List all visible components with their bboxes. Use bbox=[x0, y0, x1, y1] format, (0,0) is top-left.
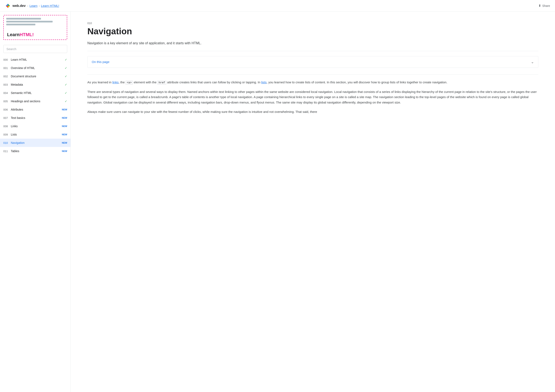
nav-item-check-004: ✓ bbox=[65, 91, 67, 95]
on-this-page-label: On this page bbox=[92, 60, 110, 64]
svg-marker-2 bbox=[8, 4, 10, 6]
paragraph-1: As you learned in links, the <a> element… bbox=[87, 80, 538, 85]
nav-item-006[interactable]: 006AttributesNEW bbox=[0, 105, 71, 114]
hero-mockup bbox=[4, 15, 67, 29]
nav-item-label-001: Overview of HTML bbox=[11, 66, 63, 70]
share-label: Share bbox=[542, 4, 550, 7]
hero-html-text: HTML bbox=[20, 32, 32, 37]
lists-link[interactable]: lists bbox=[261, 80, 267, 84]
top-header: web.dev › Learn › Learn HTML! ⬆ Share bbox=[0, 0, 555, 12]
nav-item-002[interactable]: 002Document structure✓ bbox=[0, 72, 71, 80]
links-link[interactable]: links bbox=[112, 80, 119, 84]
breadcrumb: › Learn › Learn HTML! bbox=[27, 4, 59, 7]
nav-list: 000Learn HTML✓001Overview of HTML✓002Doc… bbox=[0, 54, 71, 157]
hero-bar-3 bbox=[6, 24, 35, 25]
nav-item-badge-006: NEW bbox=[62, 108, 67, 111]
content-body: As you learned in links, the <a> element… bbox=[87, 80, 538, 114]
nav-item-004[interactable]: 004Semantic HTML✓ bbox=[0, 89, 71, 97]
logo-text: web.dev bbox=[13, 4, 26, 8]
nav-item-007[interactable]: 007Text basicsNEW bbox=[0, 114, 71, 122]
nav-item-badge-010: NEW bbox=[62, 142, 67, 144]
nav-item-label-000: Learn HTML bbox=[11, 58, 63, 61]
nav-item-label-011: Tables bbox=[11, 150, 60, 153]
nav-item-num-010: 010 bbox=[3, 141, 11, 144]
breadcrumb-sep-2: › bbox=[39, 4, 40, 7]
nav-item-num-003: 003 bbox=[3, 83, 11, 86]
content-subtitle: Navigation is a key element of any site … bbox=[87, 41, 538, 46]
search-input[interactable] bbox=[3, 45, 67, 53]
nav-item-check-000: ✓ bbox=[65, 58, 67, 61]
sidebar-hero: LearnHTML! bbox=[3, 15, 67, 40]
content-num: 010 bbox=[87, 21, 538, 25]
nav-item-num-011: 011 bbox=[3, 150, 11, 153]
svg-marker-4 bbox=[8, 6, 10, 8]
search-input-wrap bbox=[3, 45, 67, 53]
nav-item-010[interactable]: 010NavigationNEW bbox=[0, 139, 71, 147]
share-button[interactable]: ⬆ Share bbox=[538, 4, 550, 8]
nav-item-check-005: ✓ bbox=[65, 100, 67, 103]
nav-item-label-005: Headings and sections bbox=[11, 100, 63, 103]
nav-item-label-002: Document structure bbox=[11, 75, 63, 78]
nav-item-badge-008: NEW bbox=[62, 125, 67, 128]
nav-item-003[interactable]: 003Metadata✓ bbox=[0, 80, 71, 89]
nav-item-check-003: ✓ bbox=[65, 83, 67, 86]
breadcrumb-learn[interactable]: Learn bbox=[29, 4, 37, 7]
hero-bar-2 bbox=[6, 21, 53, 22]
share-icon: ⬆ bbox=[538, 4, 541, 8]
nav-item-badge-009: NEW bbox=[62, 133, 67, 136]
main-content: 010 Navigation Navigation is a key eleme… bbox=[71, 12, 555, 392]
main-layout: LearnHTML! 000Learn HTML✓001Overview of … bbox=[0, 12, 555, 392]
nav-item-num-006: 006 bbox=[3, 108, 11, 111]
sidebar-search bbox=[0, 43, 71, 54]
nav-item-badge-011: NEW bbox=[62, 150, 67, 152]
nav-item-011[interactable]: 011TablesNEW bbox=[0, 147, 71, 155]
nav-item-label-003: Metadata bbox=[11, 83, 63, 86]
hero-bar-1 bbox=[6, 18, 41, 20]
nav-item-num-008: 008 bbox=[3, 125, 11, 128]
nav-item-label-006: Attributes bbox=[11, 108, 60, 111]
hero-learn-text: Learn bbox=[7, 32, 20, 37]
nav-item-label-007: Text basics bbox=[11, 116, 60, 120]
nav-item-num-000: 000 bbox=[3, 58, 11, 61]
nav-item-num-004: 004 bbox=[3, 92, 11, 95]
svg-marker-3 bbox=[6, 6, 8, 8]
hero-excl-text: ! bbox=[32, 32, 34, 37]
breadcrumb-learn-html[interactable]: Learn HTML! bbox=[41, 4, 59, 7]
on-this-page-box[interactable]: On this page ⌄ bbox=[87, 56, 538, 68]
nav-item-num-001: 001 bbox=[3, 66, 11, 70]
breadcrumb-sep-1: › bbox=[27, 4, 28, 7]
nav-item-check-001: ✓ bbox=[65, 66, 67, 70]
paragraph-3: Always make sure users can navigate to y… bbox=[87, 109, 538, 114]
paragraph-2: There are several types of navigation an… bbox=[87, 89, 538, 105]
a-tag-code: <a> bbox=[125, 81, 133, 85]
nav-item-num-005: 005 bbox=[3, 100, 11, 103]
logo-area[interactable]: web.dev bbox=[5, 3, 26, 9]
href-code: href bbox=[157, 81, 166, 85]
nav-item-num-007: 007 bbox=[3, 116, 11, 120]
nav-item-check-002: ✓ bbox=[65, 75, 67, 78]
header-left: web.dev › Learn › Learn HTML! bbox=[5, 3, 59, 9]
sidebar: LearnHTML! 000Learn HTML✓001Overview of … bbox=[0, 12, 71, 392]
nav-item-000[interactable]: 000Learn HTML✓ bbox=[0, 56, 71, 64]
chevron-down-icon: ⌄ bbox=[531, 60, 534, 64]
svg-marker-1 bbox=[6, 4, 8, 6]
hero-title: LearnHTML! bbox=[7, 32, 34, 37]
nav-item-009[interactable]: 009ListsNEW bbox=[0, 130, 71, 139]
nav-item-008[interactable]: 008LinksNEW bbox=[0, 122, 71, 130]
nav-item-badge-007: NEW bbox=[62, 117, 67, 119]
divider-top bbox=[87, 51, 538, 51]
divider-mid bbox=[87, 74, 538, 75]
nav-item-num-009: 009 bbox=[3, 133, 11, 136]
nav-item-label-009: Lists bbox=[11, 133, 60, 136]
nav-item-005[interactable]: 005Headings and sections✓ bbox=[0, 97, 71, 105]
nav-item-001[interactable]: 001Overview of HTML✓ bbox=[0, 64, 71, 72]
nav-item-label-010: Navigation bbox=[11, 141, 60, 144]
nav-item-num-002: 002 bbox=[3, 75, 11, 78]
nav-item-label-008: Links bbox=[11, 124, 60, 128]
content-title: Navigation bbox=[87, 26, 538, 36]
nav-item-label-004: Semantic HTML bbox=[11, 91, 63, 95]
webdev-logo-icon bbox=[5, 3, 11, 9]
